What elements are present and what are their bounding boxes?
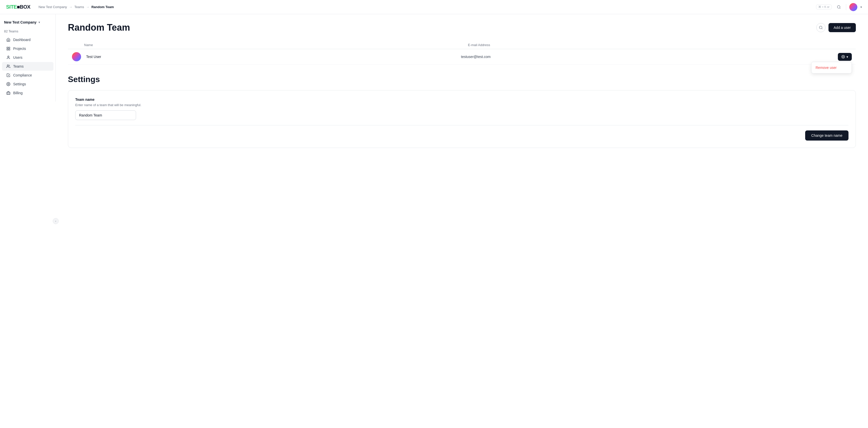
page-title: Random Team [68,22,130,33]
remove-user-button[interactable]: Remove user [811,63,851,72]
sidebar-item-teams[interactable]: Teams [2,62,54,71]
settings-title: Settings [68,75,856,84]
breadcrumb-arrow-1: → [69,5,72,9]
svg-point-6 [8,56,9,57]
breadcrumb-company[interactable]: New Test Company [38,5,67,9]
col-name: Name [84,43,468,47]
change-team-name-button[interactable]: Change team name [805,130,848,140]
row-settings-button[interactable]: ▾ [838,53,852,61]
account-menu-button[interactable]: ▾ [860,5,862,9]
svg-rect-2 [7,47,8,48]
add-user-button[interactable]: Add a user [829,23,856,32]
billing-label: Billing [13,91,23,95]
svg-rect-4 [9,49,10,50]
users-table: Name E-mail Address Test User testuser@t… [68,41,856,65]
sidebar-item-compliance[interactable]: Compliance [2,71,54,79]
sidebar-nav: Dashboard Projects [0,35,56,98]
row-action-dropdown: ▾ Remove user [838,53,852,61]
col-email: E-mail Address [468,43,852,47]
sidebar-item-settings[interactable]: Settings [2,80,54,88]
teams-count-badge: 82 Teams [0,28,56,35]
table-search-button[interactable] [816,23,826,32]
table-row: Test User testuser@test.com ▾ Remove use… [68,49,856,65]
svg-rect-5 [7,49,8,50]
team-name-label: Team name [75,98,848,102]
users-icon [6,64,11,69]
svg-line-11 [822,28,823,29]
sidebar-wrapper: New Test Company ▾ 82 Teams Dashboard [0,14,56,428]
sidebar-collapse-button[interactable]: ‹ [53,218,59,224]
team-name-hint: Enter name of a team that will be meanin… [75,103,848,107]
company-selector[interactable]: New Test Company ▾ [0,18,56,28]
sidebar-item-users[interactable]: Users [2,53,54,62]
row-dropdown-menu: Remove user [811,62,852,73]
logo-site: SITE [6,4,17,10]
user-name-cell: Test User [84,55,461,59]
keyboard-shortcut: ⌘ + K or [816,5,832,9]
table-header: Name E-mail Address [68,41,856,49]
projects-label: Projects [13,46,26,51]
logo-box-icon: ■ [17,4,20,10]
app-layout: New Test Company ▾ 82 Teams Dashboard [0,14,868,428]
main-content: Random Team Add a user Name E-mail Addre… [56,14,868,428]
teams-label: Teams [13,64,24,68]
company-chevron-icon: ▾ [38,21,40,24]
breadcrumb-current: Random Team [91,5,114,9]
col-avatar [72,43,84,47]
settings-label: Settings [13,82,26,86]
user-email-cell: testuser@test.com [461,55,838,59]
svg-rect-3 [9,47,10,48]
svg-point-8 [8,84,9,85]
settings-icon [6,82,11,86]
svg-point-0 [837,6,840,8]
search-button[interactable] [835,3,843,11]
avatar[interactable] [849,3,857,11]
company-name: New Test Company [4,20,36,24]
gear-icon [841,55,845,59]
dropdown-chevron-icon: ▾ [846,55,848,59]
row-avatar-cell [72,52,84,61]
grid-icon [6,46,11,51]
settings-footer: Change team name [75,125,848,140]
settings-card: Team name Enter name of a team that will… [68,90,856,148]
svg-point-10 [819,26,822,29]
compliance-label: Compliance [13,73,32,77]
sidebar: New Test Company ▾ 82 Teams Dashboard [0,14,56,102]
breadcrumb: New Test Company → Teams → Random Team [38,5,814,9]
logo: SITE■BOX [6,4,30,10]
svg-point-7 [7,65,8,66]
logo-box-text: BOX [20,4,30,10]
settings-section: Settings Team name Enter name of a team … [68,75,856,148]
avatar-image [849,3,857,11]
sidebar-item-projects[interactable]: Projects [2,44,54,53]
home-icon [6,37,11,42]
briefcase-icon [6,91,11,95]
svg-point-12 [843,56,844,57]
check-square-icon [6,73,11,77]
topnav-right: ⌘ + K or ▾ [816,3,862,11]
user-icon [6,55,11,60]
team-name-input[interactable] [75,110,136,120]
svg-rect-9 [7,92,10,95]
breadcrumb-teams[interactable]: Teams [74,5,84,9]
sidebar-item-billing[interactable]: Billing [2,89,54,97]
header-actions: Add a user [816,23,856,32]
svg-line-1 [840,8,840,9]
breadcrumb-arrow-2: → [86,5,89,9]
user-avatar-image [72,52,81,61]
page-header: Random Team Add a user [68,22,856,33]
users-label: Users [13,56,23,60]
sidebar-item-dashboard[interactable]: Dashboard [2,35,54,44]
top-nav: SITE■BOX New Test Company → Teams → Rand… [0,0,868,14]
dashboard-label: Dashboard [13,38,31,42]
